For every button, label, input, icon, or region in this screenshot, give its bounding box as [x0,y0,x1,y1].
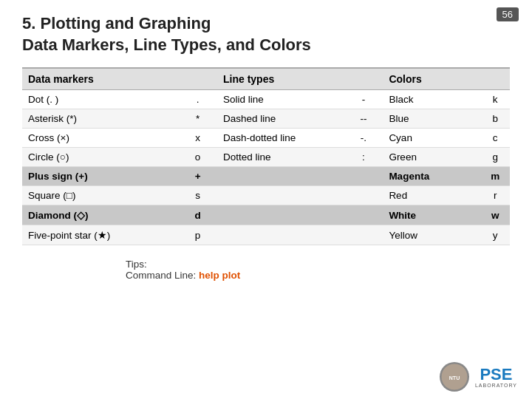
marker-name: Five-point star (★) [22,225,178,245]
marker-symbol: s [178,186,217,205]
marker-name: Dot (. ) [22,90,178,109]
help-link[interactable]: help plot [199,270,240,281]
linetype-name: Solid line [217,90,344,109]
table-row: Five-point star (★) p Yellow y [22,225,510,245]
page-title: 5. Plotting and Graphing Data Markers, L… [22,13,510,55]
marker-symbol: * [178,109,217,129]
linetype-name: Dash-dotted line [217,129,344,148]
page-number: 56 [497,7,519,21]
command-line: Command Line: help plot [126,270,510,281]
color-name: Black [383,90,480,109]
table-row: Circle (○) o Dotted line : Green g [22,148,510,167]
table-row: Dot (. ) . Solid line - Black k [22,90,510,109]
linetype-symbol: -- [344,109,383,129]
marker-symbol: o [178,148,217,167]
linetype-name [217,225,344,245]
linetype-symbol: : [344,148,383,167]
color-name: White [383,205,480,225]
table-row: Square (□) s Red r [22,186,510,205]
color-name: Magenta [383,167,480,186]
header-data-markers: Data markers [22,68,217,90]
marker-name: Asterisk (*) [22,109,178,129]
svg-text:NTU: NTU [449,375,460,381]
color-symbol: w [480,205,510,225]
marker-symbol: + [178,167,217,186]
linetype-name [217,167,344,186]
linetype-symbol [344,167,383,186]
color-name: Yellow [383,225,480,245]
marker-name: Plus sign (+) [22,167,178,186]
linetype-name: Dotted line [217,148,344,167]
command-line-label: Command Line: [126,270,196,281]
marker-symbol: x [178,129,217,148]
linetype-symbol [344,205,383,225]
tips-section: Tips: Command Line: help plot [22,259,510,281]
header-colors: Colors [383,68,510,90]
marker-symbol: . [178,90,217,109]
header-line-types: Line types [217,68,383,90]
color-symbol: g [480,148,510,167]
table-row: Asterisk (*) * Dashed line -- Blue b [22,109,510,129]
linetype-name [217,186,344,205]
tips-line: Tips: [126,259,510,270]
color-symbol: r [480,186,510,205]
color-name: Red [383,186,480,205]
marker-name: Square (□) [22,186,178,205]
color-symbol: c [480,129,510,148]
marker-symbol: d [178,205,217,225]
table-row: Diamond (◇) d White w [22,205,510,225]
table-row: Cross (×) x Dash-dotted line -. Cyan c [22,129,510,148]
marker-name: Cross (×) [22,129,178,148]
color-symbol: y [480,225,510,245]
color-name: Green [383,148,480,167]
linetype-symbol: - [344,90,383,109]
page: 56 5. Plotting and Graphing Data Markers… [0,0,532,399]
linetype-symbol [344,225,383,245]
university-logo: NTU [440,362,469,392]
pse-logo-sub: LABORATORY [475,383,517,388]
footer-logos: NTU PSE LABORATORY [440,362,517,392]
marker-name: Diamond (◇) [22,205,178,225]
color-symbol: m [480,167,510,186]
marker-symbol: p [178,225,217,245]
pse-logo-text: PSE [480,366,512,383]
pse-logo: PSE LABORATORY [475,366,517,388]
color-name: Cyan [383,129,480,148]
linetype-symbol [344,186,383,205]
data-table: Data markers Line types Colors Dot (. ) … [22,67,510,245]
color-symbol: b [480,109,510,129]
marker-name: Circle (○) [22,148,178,167]
color-name: Blue [383,109,480,129]
linetype-name [217,205,344,225]
table-row: Plus sign (+) + Magenta m [22,167,510,186]
linetype-symbol: -. [344,129,383,148]
tips-label: Tips: [126,259,147,270]
linetype-name: Dashed line [217,109,344,129]
color-symbol: k [480,90,510,109]
